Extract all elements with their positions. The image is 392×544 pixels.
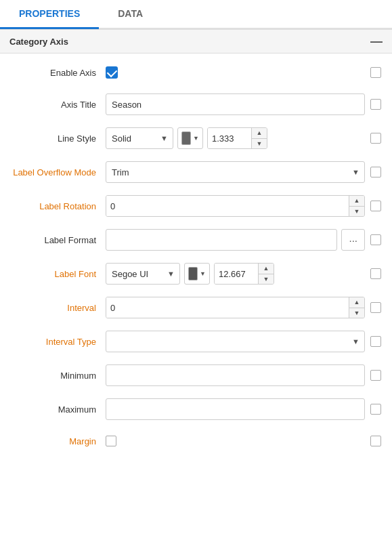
interval-decrement[interactable]: ▼ xyxy=(349,308,364,319)
axis-title-row-checkbox[interactable] xyxy=(370,99,381,110)
interval-increment[interactable]: ▲ xyxy=(349,297,364,308)
label-format-label: Label Format xyxy=(11,235,106,245)
interval-type-select-wrapper: Auto Number Years Months ▼ xyxy=(106,331,365,352)
minimum-row: Minimum xyxy=(0,358,392,392)
line-style-controls: Solid Dashed Dotted ▼ ▼ ▲ ▼ xyxy=(106,127,365,149)
label-rotation-label: Label Rotation xyxy=(11,201,106,211)
swatch-arrow-icon: ▼ xyxy=(193,135,199,142)
line-style-row: Line Style Solid Dashed Dotted ▼ ▼ ▲ ▼ xyxy=(0,121,392,155)
interval-input[interactable] xyxy=(106,297,349,318)
axis-title-label: Axis Title xyxy=(11,100,106,110)
enable-axis-row-checkbox[interactable] xyxy=(370,67,381,78)
label-rotation-input[interactable] xyxy=(106,196,349,216)
minimum-controls xyxy=(106,364,365,386)
label-font-label: Label Font xyxy=(11,269,106,279)
minimum-row-checkbox[interactable] xyxy=(370,370,381,381)
line-width-input[interactable] xyxy=(208,128,251,148)
margin-label: Margin xyxy=(11,436,106,446)
interval-spinner-buttons: ▲ ▼ xyxy=(349,297,364,318)
interval-type-row: Interval Type Auto Number Years Months ▼ xyxy=(0,325,392,358)
line-style-select[interactable]: Solid Dashed Dotted xyxy=(106,127,173,149)
label-font-row-checkbox[interactable] xyxy=(370,268,381,279)
label-format-browse-button[interactable]: ··· xyxy=(341,229,365,251)
line-style-label: Line Style xyxy=(11,133,106,144)
label-overflow-row-checkbox[interactable] xyxy=(370,167,381,177)
label-format-controls: ··· xyxy=(106,229,365,251)
label-font-size-increment[interactable]: ▲ xyxy=(259,263,274,274)
interval-row: Interval ▲ ▼ xyxy=(0,291,392,325)
interval-spinner: ▲ ▼ xyxy=(106,297,365,318)
label-format-row-checkbox[interactable] xyxy=(370,234,381,245)
label-format-row: Label Format ··· xyxy=(0,223,392,257)
interval-type-select[interactable]: Auto Number Years Months xyxy=(106,331,365,352)
label-rotation-increment[interactable]: ▲ xyxy=(349,195,364,206)
label-overflow-row: Label Overflow Mode Trim Auto None ▼ xyxy=(0,155,392,189)
tab-data[interactable]: DATA xyxy=(99,0,162,29)
maximum-row-checkbox[interactable] xyxy=(370,404,381,415)
interval-row-checkbox[interactable] xyxy=(370,302,381,313)
line-width-spinner: ▲ ▼ xyxy=(207,127,267,149)
enable-axis-checkbox[interactable] xyxy=(106,66,118,79)
maximum-label: Maximum xyxy=(11,404,106,415)
interval-type-controls: Auto Number Years Months ▼ xyxy=(106,331,365,352)
tab-properties[interactable]: PROPERTIES xyxy=(0,0,99,29)
interval-type-row-checkbox[interactable] xyxy=(370,336,381,347)
tab-bar: PROPERTIES DATA xyxy=(0,0,392,29)
form-body: Enable Axis Axis Title Line Style Solid … xyxy=(0,54,392,460)
label-overflow-select-wrapper: Trim Auto None ▼ xyxy=(106,161,365,183)
enable-axis-label: Enable Axis xyxy=(11,68,106,78)
axis-title-input[interactable] xyxy=(106,93,365,115)
label-rotation-controls: ▲ ▼ xyxy=(106,195,365,217)
margin-controls xyxy=(106,436,365,446)
axis-title-controls xyxy=(106,93,365,115)
label-rotation-row: Label Rotation ▲ ▼ xyxy=(0,189,392,223)
label-font-size-decrement[interactable]: ▼ xyxy=(259,274,274,285)
maximum-row: Maximum xyxy=(0,392,392,426)
section-title: Category Axis xyxy=(9,37,68,47)
line-color-box xyxy=(181,131,191,145)
margin-checkbox[interactable] xyxy=(106,436,116,446)
label-rotation-decrement[interactable]: ▼ xyxy=(349,206,364,217)
line-width-increment[interactable]: ▲ xyxy=(252,127,267,138)
collapse-button[interactable]: — xyxy=(370,35,383,47)
label-font-select-wrapper: Segoe UI Arial Verdana Times New Roman ▼ xyxy=(106,263,180,285)
font-swatch-arrow-icon: ▼ xyxy=(200,270,206,277)
enable-axis-row: Enable Axis xyxy=(0,58,392,87)
label-font-controls: Segoe UI Arial Verdana Times New Roman ▼… xyxy=(106,263,365,285)
label-rotation-row-checkbox[interactable] xyxy=(370,201,381,211)
label-font-size-input[interactable] xyxy=(215,264,258,284)
label-overflow-label: Label Overflow Mode xyxy=(11,167,106,177)
label-rotation-spinner-buttons: ▲ ▼ xyxy=(349,195,364,217)
label-font-color-box xyxy=(188,267,198,280)
label-overflow-select[interactable]: Trim Auto None xyxy=(106,161,365,183)
line-color-swatch[interactable]: ▼ xyxy=(177,127,203,149)
maximum-input[interactable] xyxy=(106,398,365,420)
interval-type-label: Interval Type xyxy=(11,337,106,347)
margin-row-checkbox[interactable] xyxy=(370,436,381,446)
line-width-spinner-buttons: ▲ ▼ xyxy=(251,127,267,149)
minimum-input[interactable] xyxy=(106,364,365,386)
line-style-select-wrapper: Solid Dashed Dotted ▼ xyxy=(106,127,173,149)
label-font-row: Label Font Segoe UI Arial Verdana Times … xyxy=(0,257,392,291)
label-overflow-controls: Trim Auto None ▼ xyxy=(106,161,365,183)
label-font-size-spinner: ▲ ▼ xyxy=(214,263,274,285)
label-font-color-swatch[interactable]: ▼ xyxy=(184,263,210,285)
line-width-decrement[interactable]: ▼ xyxy=(252,138,267,150)
label-rotation-spinner: ▲ ▼ xyxy=(106,195,365,217)
label-font-select[interactable]: Segoe UI Arial Verdana Times New Roman xyxy=(106,263,180,285)
margin-row: Margin xyxy=(0,426,392,456)
label-font-size-spinner-buttons: ▲ ▼ xyxy=(258,263,274,285)
axis-title-row: Axis Title xyxy=(0,87,392,121)
label-format-input[interactable] xyxy=(106,229,337,251)
enable-axis-controls xyxy=(106,66,365,79)
maximum-controls xyxy=(106,398,365,420)
line-style-row-checkbox[interactable] xyxy=(370,133,381,144)
section-header: Category Axis — xyxy=(0,29,392,54)
minimum-label: Minimum xyxy=(11,371,106,381)
interval-label: Interval xyxy=(11,303,106,313)
interval-controls: ▲ ▼ xyxy=(106,297,365,318)
